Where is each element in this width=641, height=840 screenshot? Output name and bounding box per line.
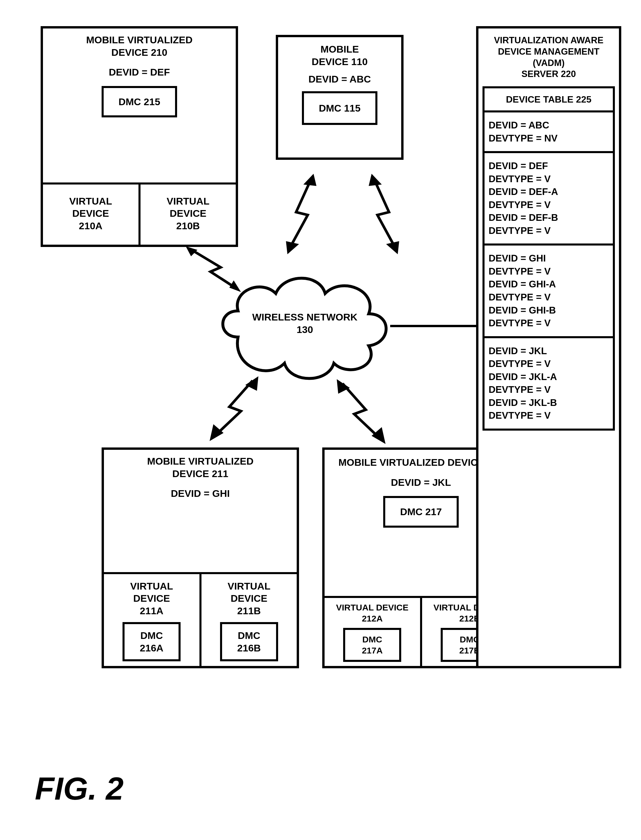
- device-title: MOBILE VIRTUALIZED: [108, 455, 293, 467]
- figure-label: FIG. 2: [35, 770, 124, 807]
- dmc-box-215: DMC 215: [101, 86, 177, 118]
- mobile-virtualized-device-211: MOBILE VIRTUALIZED DEVICE 211 DEVID = GH…: [101, 447, 299, 668]
- svg-marker-5: [386, 241, 399, 254]
- virtual-device-210b: VIRTUAL DEVICE 210B: [140, 183, 236, 245]
- svg-marker-4: [369, 174, 382, 186]
- double-arrow-icon: [328, 378, 392, 451]
- table-row: DEVID = GHI DEVTYPE = V DEVID = GHI-A DE…: [485, 246, 613, 338]
- devid-label: DEVID = DEF: [47, 66, 232, 78]
- connector-cloud-to-vadm: [390, 325, 476, 327]
- svg-marker-7: [209, 424, 224, 441]
- dmc-label: DMC 115: [319, 103, 361, 114]
- dmc-box-216b: DMC 216B: [220, 622, 278, 661]
- dmc-box-115: DMC 115: [302, 91, 377, 125]
- svg-marker-3: [286, 241, 299, 254]
- cloud-ref: 130: [215, 323, 395, 336]
- virtual-device-210a: VIRTUAL DEVICE 210A: [43, 183, 140, 245]
- dmc-box-216a: DMC 216A: [122, 622, 180, 661]
- devid-label: DEVID = GHI: [108, 487, 293, 500]
- svg-marker-9: [372, 427, 385, 444]
- dmc-label: DMC 215: [118, 96, 160, 107]
- virtual-device-211b: VIRTUAL DEVICE 211B DMC 216B: [201, 572, 297, 666]
- double-arrow-icon: [203, 375, 267, 451]
- dmc-box-217: DMC 217: [383, 496, 459, 528]
- double-arrow-icon: [354, 171, 412, 264]
- svg-marker-8: [337, 379, 350, 394]
- virtual-device-211a: VIRTUAL DEVICE 211A DMC 216A: [104, 572, 201, 666]
- table-row: DEVID = ABC DEVTYPE = NV: [485, 113, 613, 153]
- device-title-2: DEVICE 110: [283, 55, 396, 68]
- svg-marker-2: [303, 174, 316, 186]
- device-title: MOBILE: [283, 43, 396, 55]
- vadm-server-220: VIRTUALIZATION AWARE DEVICE MANAGEMENT (…: [476, 26, 621, 668]
- svg-marker-1: [229, 280, 241, 292]
- device-table-225: DEVICE TABLE 225 DEVID = ABC DEVTYPE = N…: [483, 86, 615, 431]
- device-title-2: DEVICE 211: [108, 467, 293, 480]
- devid-label: DEVID = ABC: [283, 73, 396, 86]
- double-arrow-icon: [273, 171, 331, 264]
- virtual-device-212a: VIRTUAL DEVICE 212A DMC 217A: [325, 596, 422, 666]
- device-title-2: DEVICE 210: [47, 46, 232, 59]
- cloud-title: WIRELESS NETWORK: [215, 311, 395, 323]
- dmc-box-217a: DMC 217A: [343, 628, 401, 662]
- dmc-label: DMC 217: [400, 506, 442, 517]
- device-title: MOBILE VIRTUALIZED: [47, 34, 232, 46]
- table-row: DEVID = DEF DEVTYPE = V DEVID = DEF-A DE…: [485, 153, 613, 246]
- svg-marker-0: [186, 246, 197, 256]
- svg-marker-6: [245, 376, 258, 391]
- mobile-device-110: MOBILE DEVICE 110 DEVID = ABC DMC 115: [276, 35, 404, 160]
- mobile-virtualized-device-210: MOBILE VIRTUALIZED DEVICE 210 DEVID = DE…: [41, 26, 238, 247]
- double-arrow-icon: [186, 244, 261, 302]
- table-row: DEVID = JKL DEVTYPE = V DEVID = JKL-A DE…: [485, 338, 613, 428]
